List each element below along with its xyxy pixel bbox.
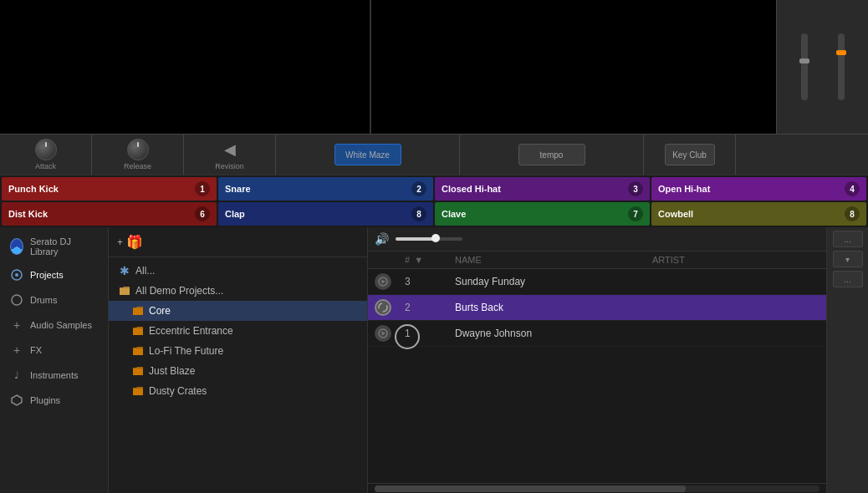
svg-marker-3 [12, 395, 22, 405]
slider-vertical-left[interactable] [801, 33, 808, 100]
plus-icon: + [117, 236, 123, 248]
sidebar-label-serato-library: Serato DJ Library [30, 236, 98, 257]
play-button-row-0[interactable] [375, 273, 391, 290]
tree-icon-dusty-crates [132, 385, 144, 397]
pad-dist-kick[interactable]: Dist Kick 6 [2, 202, 217, 226]
svg-point-6 [379, 303, 387, 312]
controls-row: Attack Release ◀ Revision White Maze tem… [0, 134, 868, 175]
col-name[interactable]: NAME [455, 255, 652, 265]
pad-number: 3 [628, 181, 643, 196]
sidebar-label-fx: FX [30, 345, 42, 355]
slider-vertical-right[interactable] [838, 33, 845, 100]
tree-item-all-demo[interactable]: All Demo Projects... [109, 281, 367, 301]
main-bottom: Serato DJ Library Projects Drums+ Audio … [0, 227, 868, 493]
drums-icon [10, 293, 23, 307]
tree-item-just-blaze[interactable]: Just Blaze [109, 361, 367, 381]
sidebar-label-instruments: Instruments [30, 370, 78, 380]
pad-number: 6 [195, 206, 210, 221]
plugins-icon [10, 394, 23, 407]
serato-library-icon [10, 240, 23, 253]
pad-label: Punch Kick [8, 184, 59, 194]
pad-punch-kick[interactable]: Punch Kick 1 [2, 177, 217, 201]
tree-icon-eccentric [132, 325, 144, 337]
sidebar-item-audio-samples[interactable]: + Audio Samples [0, 313, 108, 338]
library-tree: ✱ All... All Demo Projects... Core Eccen… [109, 257, 367, 493]
pad-number: 1 [195, 181, 210, 196]
dots-right-btn[interactable]: ... [833, 271, 863, 287]
tree-label-core: Core [149, 305, 171, 317]
play-button-row-1[interactable] [375, 299, 391, 316]
revision-label: Revision [215, 162, 244, 170]
tree-item-lofi[interactable]: Lo-Fi The Future [109, 341, 367, 361]
pad-clave[interactable]: Clave 7 [435, 202, 650, 226]
track-number-2: 1 [405, 328, 455, 339]
pad-label: Cowbell [658, 209, 693, 219]
scrollbar-thumb[interactable] [375, 485, 686, 492]
release-knob[interactable] [127, 139, 149, 160]
tree-icon-core [132, 305, 144, 317]
sidebar-label-audio-samples: Audio Samples [30, 320, 92, 330]
col-number[interactable]: # ▼ [405, 255, 455, 265]
track-name-1: Burts Back [455, 302, 652, 313]
release-label: Release [124, 162, 151, 170]
pad-cowbell[interactable]: Cowbell 8 [651, 202, 866, 226]
sidebar-item-fx[interactable]: + FX [0, 338, 108, 363]
track-name-0: Sunday Funday [455, 276, 652, 287]
track-number-1: 2 [405, 302, 455, 313]
track-list-toolbar: 🔊 [368, 227, 826, 252]
tree-item-core[interactable]: Core [109, 301, 367, 321]
waveform-left [0, 0, 370, 134]
pad-snare[interactable]: Snare 2 [218, 177, 433, 201]
pad-clap[interactable]: Clap 8 [218, 202, 433, 226]
tree-label-dusty-crates: Dusty Crates [149, 385, 207, 397]
play-button-row-2[interactable] [375, 325, 391, 342]
volume-fill [396, 237, 436, 241]
tree-icon-just-blaze [132, 365, 144, 377]
sidebar-label-plugins: Plugins [30, 395, 60, 405]
pad-open-hi-hat[interactable]: Open Hi-hat 4 [651, 177, 866, 201]
pad-number: 7 [628, 206, 643, 221]
attack-control: Attack [0, 135, 92, 175]
tree-item-eccentric[interactable]: Eccentric Entrance [109, 321, 367, 341]
tree-icon-all-demo [119, 285, 130, 297]
tempo-btn[interactable]: tempo [518, 144, 585, 165]
scrollbar-area[interactable] [368, 483, 826, 493]
sidebar-item-projects[interactable]: Projects [0, 262, 108, 287]
track-name-2: Dwayne Johnson [455, 328, 652, 339]
sidebar-item-serato-library[interactable]: Serato DJ Library [0, 231, 108, 262]
pad-number: 2 [411, 181, 426, 196]
instruments-icon: ♩ [10, 368, 23, 382]
track-row[interactable]: 3 Sunday Funday [368, 269, 826, 295]
svg-marker-5 [382, 280, 386, 284]
add-button[interactable]: + 🎁 [117, 234, 143, 250]
white-maze-control: White Maze [276, 135, 460, 175]
pad-closed-hi-hat[interactable]: Closed Hi-hat 3 [435, 177, 650, 201]
sidebar-item-drums[interactable]: Drums [0, 287, 108, 313]
pad-label: Open Hi-hat [658, 184, 710, 194]
white-maze-btn[interactable]: White Maze [334, 144, 401, 165]
tree-item-dusty-crates[interactable]: Dusty Crates [109, 381, 367, 401]
attack-knob[interactable] [35, 139, 57, 160]
key-club-btn[interactable]: Key Club [665, 144, 715, 165]
dots-left-btn[interactable]: ... [833, 231, 863, 247]
track-row[interactable]: 2 Burts Back [368, 295, 826, 321]
track-row[interactable]: 1 Dwayne Johnson [368, 321, 826, 347]
gift-icon: 🎁 [126, 234, 143, 250]
volume-slider[interactable] [396, 237, 462, 241]
track-table-header: # ▼ NAME ARTIST [368, 252, 826, 269]
speaker-icon[interactable]: 🔊 [375, 232, 389, 246]
waveform-right [371, 0, 776, 134]
chevron-btn[interactable]: ▾ [833, 251, 863, 267]
pad-number: 8 [845, 206, 860, 221]
track-number-0: 3 [405, 276, 455, 287]
attack-label: Attack [35, 162, 56, 170]
sidebar-label-drums: Drums [30, 295, 57, 305]
sidebar-item-plugins[interactable]: Plugins [0, 388, 108, 413]
library-panel: + 🎁 ✱ All... All Demo Projects... Core E… [109, 227, 368, 493]
sidebar-item-instruments[interactable]: ♩ Instruments [0, 363, 108, 388]
key-club-control: Key Club [644, 135, 736, 175]
tree-label-all: All... [135, 265, 155, 277]
tree-item-all[interactable]: ✱ All... [109, 261, 367, 281]
fx-icon: + [10, 343, 23, 357]
pad-number: 4 [845, 181, 860, 196]
